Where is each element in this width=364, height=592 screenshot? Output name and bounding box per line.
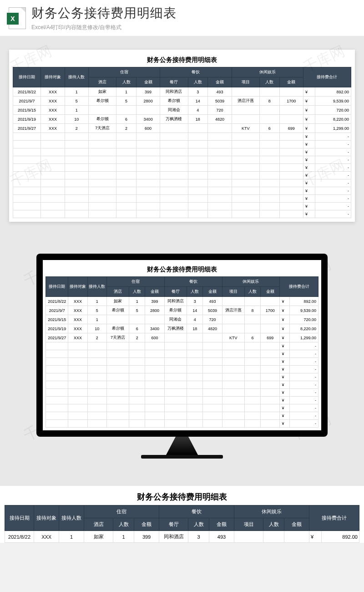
col-lodging: 住宿 (84, 505, 159, 518)
col-l-amount: 金额 (136, 77, 160, 87)
monitor-stand (166, 437, 198, 455)
table-row: ¥- (13, 148, 351, 156)
col-e-people: 人数 (259, 77, 279, 87)
col-d-people: 人数 (188, 77, 208, 87)
col-people: 接待人数 (59, 505, 84, 531)
table-row: ¥- (46, 373, 318, 381)
table-row: ¥- (46, 389, 318, 397)
table-row: ¥- (46, 358, 318, 366)
table-row: 2021/9/15XXX1同湘会4720¥720.00 (13, 106, 351, 115)
monitor-screen: 财务公务接待费用明细表 接待日期接待对象接待人数住宿餐饮休闲娱乐接待费合计酒店人… (43, 260, 321, 430)
expense-table-slot: 接待日期接待对象接待人数住宿餐饮休闲娱乐接待费合计酒店人数金额餐厅人数金额项目人… (46, 276, 318, 428)
col-people: 接待人数 (65, 67, 88, 87)
table-row: 2021/9/15XXX1同湘会4720¥720.00 (46, 315, 318, 324)
col-l-people: 人数 (116, 77, 136, 87)
table-row: ¥- (13, 172, 351, 179)
col-d-people: 人数 (188, 518, 209, 531)
table-row: 2021/8/22XXX1如家1399同和酒店3493¥892.00 (5, 531, 359, 543)
table-row: 2021/8/22XXX1如家1399同和酒店3493¥892.00 (13, 87, 351, 97)
col-dining: 餐饮 (159, 505, 234, 518)
table-row: ¥- (46, 412, 318, 420)
sheet-title: 财务公务接待费用明细表 (13, 53, 351, 67)
page-subtitle: Excel/A4打印/内容随意修改/自带格式 (31, 24, 357, 31)
col-l-people: 人数 (129, 287, 145, 297)
table-row: ¥- (13, 187, 351, 195)
spreadsheet-preview: 财务公务接待费用明细表 接待日期接待对象接待人数住宿餐饮休闲娱乐接待费合计酒店人… (9, 50, 355, 222)
table-row: ¥- (46, 404, 318, 412)
table-row: ¥- (13, 133, 351, 141)
col-hotel: 酒店 (106, 287, 129, 297)
table-row: ¥- (13, 195, 351, 203)
expense-table: 接待日期接待对象接待人数住宿餐饮休闲娱乐接待费合计酒店人数金额餐厅人数金额项目人… (46, 276, 318, 428)
col-total: 接待费合计 (303, 67, 351, 87)
table-row: ¥- (46, 420, 318, 428)
col-restaurant: 餐厅 (164, 287, 187, 297)
table-row: 2021/9/27XXX27天酒店2600KTV6699¥1,299.00 (13, 124, 351, 133)
col-project: 项目 (222, 287, 244, 297)
page-title: 财务公务接待费用明细表 (31, 5, 357, 22)
col-project: 项目 (234, 518, 263, 531)
col-lodging: 住宿 (106, 277, 164, 287)
excel-badge: X (7, 13, 19, 25)
monitor-base (141, 455, 223, 459)
expense-table-slot: 接待日期接待对象接待人数住宿餐饮休闲娱乐接待费合计酒店人数金额餐厅人数金额项目人… (13, 67, 351, 218)
expense-table: 接待日期接待对象接待人数住宿餐饮休闲娱乐接待费合计酒店人数金额餐厅人数金额项目人… (13, 67, 351, 218)
flat-preview-panel: 千库网 千库网 千库网 千库网 财务公务接待费用明细表 接待日期接待对象接待人数… (0, 36, 364, 235)
table-row: ¥- (13, 179, 351, 187)
col-e-people: 人数 (244, 287, 260, 297)
col-lodging: 住宿 (89, 67, 160, 77)
monitor-frame: 财务公务接待费用明细表 接待日期接待对象接待人数住宿餐饮休闲娱乐接待费合计酒店人… (36, 254, 328, 437)
table-row: 2021/9/27XXX27天酒店2600KTV6699¥1,299.00 (46, 333, 318, 342)
col-l-people: 人数 (113, 518, 134, 531)
col-date: 接待日期 (13, 67, 41, 87)
bottom-crop-preview: 财务公务接待费用明细表 接待日期接待对象接待人数住宿餐饮休闲娱乐接待费合计酒店人… (0, 486, 364, 543)
col-restaurant: 餐厅 (160, 77, 188, 87)
table-row: 2021/9/7XXX5希尔顿52800希尔顿145039酒店汗蒸81700¥9… (13, 97, 351, 106)
col-d-amount: 金额 (203, 287, 222, 297)
table-row: ¥- (46, 397, 318, 404)
expense-table-slot: 接待日期接待对象接待人数住宿餐饮休闲娱乐接待费合计酒店人数金额餐厅人数金额项目人… (5, 505, 359, 543)
col-date: 接待日期 (46, 277, 68, 297)
table-row: ¥- (46, 366, 318, 373)
table-row: ¥- (13, 210, 351, 218)
col-total: 接待费合计 (309, 505, 359, 531)
col-hotel: 酒店 (89, 77, 116, 87)
table-row: ¥- (13, 203, 351, 210)
col-e-people: 人数 (263, 518, 284, 531)
col-e-amount: 金额 (284, 518, 309, 531)
col-target: 接待对象 (34, 505, 59, 531)
col-d-amount: 金额 (209, 518, 234, 531)
col-e-amount: 金额 (279, 77, 303, 87)
col-d-amount: 金额 (208, 77, 232, 87)
page-header: X 财务公务接待费用明细表 Excel/A4打印/内容随意修改/自带格式 (0, 0, 364, 36)
monitor-preview-panel: 千库网 千库网 千库网 千库网 财务公务接待费用明细表 接待日期接待对象接待人数… (0, 235, 364, 486)
col-e-amount: 金额 (261, 287, 280, 297)
col-restaurant: 餐厅 (159, 518, 188, 531)
excel-file-icon: X (7, 6, 26, 30)
table-row: ¥- (13, 141, 351, 148)
sheet-title: 财务公务接待费用明细表 (5, 488, 359, 505)
col-people: 接待人数 (87, 277, 106, 297)
expense-table: 接待日期接待对象接待人数住宿餐饮休闲娱乐接待费合计酒店人数金额餐厅人数金额项目人… (5, 505, 359, 543)
table-row: 2021/9/19XXX10希尔顿63400万枫酒楼184820¥8,220.0… (46, 324, 318, 333)
table-row: 2021/8/22XXX1如家1399同和酒店3493¥892.00 (46, 297, 318, 306)
table-row: ¥- (46, 381, 318, 389)
col-leisure: 休闲娱乐 (222, 277, 280, 287)
col-l-amount: 金额 (145, 287, 164, 297)
table-row: ¥- (13, 164, 351, 172)
col-date: 接待日期 (5, 505, 34, 531)
col-leisure: 休闲娱乐 (234, 505, 309, 518)
col-project: 项目 (232, 77, 259, 87)
table-row: 2021/9/7XXX5希尔顿52800希尔顿145039酒店汗蒸81700¥9… (46, 306, 318, 315)
col-dining: 餐饮 (164, 277, 222, 287)
col-total: 接待费合计 (280, 277, 318, 297)
col-leisure: 休闲娱乐 (232, 67, 303, 77)
table-row: 2021/9/19XXX10希尔顿63400万枫酒楼184820¥8,220.0… (13, 115, 351, 124)
col-target: 接待对象 (41, 67, 65, 87)
col-dining: 餐饮 (160, 67, 232, 77)
col-hotel: 酒店 (84, 518, 113, 531)
col-target: 接待对象 (68, 277, 87, 297)
table-row: ¥- (46, 350, 318, 358)
table-row: ¥- (13, 156, 351, 164)
table-row: ¥- (46, 342, 318, 350)
